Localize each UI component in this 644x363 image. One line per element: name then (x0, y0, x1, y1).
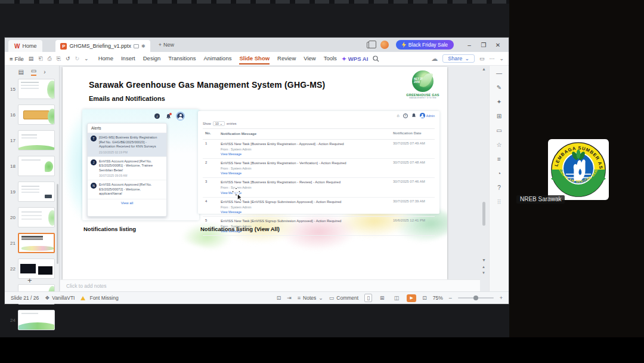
normal-view-button[interactable]: ▯ (364, 294, 372, 302)
letterbox-bottom (0, 337, 644, 363)
help-icon[interactable]: ? (497, 185, 501, 191)
thumbnail-panel-scrollbar[interactable] (57, 184, 58, 264)
apps-grid-icon[interactable]: ⠿ (497, 199, 501, 205)
collapse-panel-icon[interactable]: › (44, 69, 45, 75)
tab-review[interactable]: Review (277, 53, 296, 64)
cloud-sync-icon[interactable]: ☁ (431, 55, 438, 63)
next-slide-icon[interactable]: ▼ (482, 271, 485, 275)
scrollbar-thumb[interactable] (482, 202, 485, 226)
tab-transitions[interactable]: Transitions (168, 53, 196, 64)
slide-thumbnail-16[interactable] (18, 104, 55, 125)
ai-assistant-icon[interactable]: ✦ (497, 99, 501, 105)
more-options-icon[interactable]: ··· (489, 56, 494, 61)
undo-icon[interactable]: ↺ (66, 56, 70, 61)
slide-area-scrollbar[interactable]: ▲ ▼ ▲ ▼ (480, 66, 488, 291)
slide-thumbnail-21-active[interactable] (18, 233, 55, 253)
file-menu-button[interactable]: ≡ File (10, 56, 24, 62)
tab-design[interactable]: Design (143, 53, 161, 64)
slide-thumbnail-18[interactable] (18, 156, 55, 176)
tab-wps-home[interactable]: W Home (8, 40, 42, 52)
zoom-in-icon[interactable]: + (500, 295, 503, 301)
save-icon[interactable]: ▤ (29, 56, 34, 61)
pen-tools-icon[interactable]: ✎ (497, 85, 501, 91)
tab-tools[interactable]: Tools (324, 53, 337, 64)
outline-view-icon[interactable]: ▤ (18, 69, 23, 75)
font-missing-warning[interactable]: Font Missing (80, 295, 118, 301)
history-icon[interactable]: ◔ (497, 171, 501, 177)
slideshow-play-button[interactable]: ▶ (407, 294, 416, 302)
home-tab-label: Home (22, 43, 36, 49)
jump-to-icon[interactable]: ⇥ (287, 295, 292, 301)
wps-ai-button[interactable]: ✦ WPS AI (342, 56, 368, 62)
alert-item: J EnVISS Account Approved [Ref No. ES/20… (88, 157, 166, 181)
history-caret-icon[interactable]: ⌄ (84, 56, 89, 61)
tab-insert[interactable]: Insert (121, 53, 135, 64)
black-friday-sale-button[interactable]: Black Friday Sale (396, 40, 454, 50)
previous-slide-icon[interactable]: ▲ (482, 265, 485, 269)
slide-thumbnail-19[interactable] (18, 182, 55, 202)
zoom-slider[interactable] (458, 297, 494, 299)
slide-number: 17 (7, 138, 16, 143)
ribbon-tabs: Home Insert Design Transitions Animation… (98, 53, 337, 64)
zoom-slider-knob[interactable] (473, 296, 478, 300)
slide-thumbnail-22[interactable] (18, 259, 55, 279)
tab-document[interactable]: P GHGMS_Briefing_v1.pptx ✱ (55, 40, 150, 52)
restore-button[interactable]: ❐ (476, 42, 491, 48)
account-avatar[interactable] (380, 41, 389, 49)
search-icon[interactable] (373, 56, 379, 62)
zoom-level[interactable]: 75% (433, 295, 443, 301)
menu-icon: ≡ (10, 56, 13, 62)
redo-icon[interactable]: ↻ (75, 56, 80, 61)
add-slide-button[interactable]: + (27, 276, 32, 285)
theme-indicator[interactable]: ❖ VanillaVTI (45, 295, 75, 301)
settings-icon[interactable]: ≡ (497, 156, 501, 162)
notes-area[interactable]: Click to add notes (60, 279, 480, 291)
notification-badge (169, 113, 172, 115)
table-header: No. Notification Message Notification Da… (203, 128, 435, 140)
minimize-button[interactable]: – (462, 42, 476, 48)
print-preview-icon[interactable]: ⎘ (57, 56, 61, 62)
participant-video-tile[interactable]: LEMBAGA SUMBER ASLI DAN ALAM SEKITAR SAR… (548, 139, 609, 200)
collapse-ribbon-icon[interactable]: ⌄ (499, 56, 504, 61)
shapes-icon[interactable]: ⊞ (497, 113, 501, 119)
notes-toggle[interactable]: ≡ Notes ⌄ (298, 295, 323, 301)
tab-slide-show[interactable]: Slide Show (239, 53, 270, 64)
scroll-up-icon[interactable]: ▲ (482, 67, 486, 71)
slide-number: 15 (7, 87, 16, 92)
scroll-down-icon[interactable]: ▼ (482, 258, 486, 262)
notification-bell-icon (166, 113, 171, 119)
zoom-meeting-screen: W Home P GHGMS_Briefing_v1.pptx ✱ + New … (0, 0, 644, 363)
lightning-icon (402, 42, 406, 48)
tab-home[interactable]: Home (98, 53, 113, 64)
reading-view-button[interactable]: ◫ (392, 294, 401, 302)
slide-thumbnail-17[interactable] (18, 130, 55, 150)
fit-slide-icon[interactable]: ⊡ (422, 295, 427, 301)
print-icon[interactable]: ⎙ (48, 56, 52, 62)
open-icon[interactable]: ⎗ (38, 56, 42, 62)
slide-number: 21 (7, 241, 16, 246)
caption-notifications-listing: Notifications listing (83, 226, 136, 232)
slide-thumbnail-24[interactable] (18, 310, 55, 330)
comment-button[interactable]: ▭ Comment (329, 295, 358, 301)
hide-panel-icon[interactable]: — (496, 70, 502, 76)
zoom-out-icon[interactable]: – (449, 295, 452, 301)
slide-thumbnail-15[interactable] (18, 79, 55, 99)
window-stack-icon[interactable] (367, 42, 373, 48)
task-window-icon[interactable]: ⊡ (277, 295, 281, 301)
tab-view[interactable]: View (304, 53, 315, 64)
device-sync-icon (134, 44, 139, 48)
slide-view-icon[interactable]: ▭ (31, 67, 36, 76)
slide-canvas[interactable]: Sarawak Greenhouse Gas Management System… (63, 67, 447, 279)
slide-thumbnail-20[interactable] (18, 207, 55, 227)
task-pane-icon[interactable]: ▭ (479, 56, 485, 61)
plus-icon: + (159, 42, 162, 48)
user-avatar-icon (420, 113, 425, 118)
view-all-link: View all (88, 199, 166, 207)
tab-animations[interactable]: Animations (203, 53, 231, 64)
close-button[interactable]: ✕ (491, 42, 505, 48)
new-document-button[interactable]: + New (159, 42, 174, 48)
comment-pane-icon[interactable]: ▭ (496, 128, 501, 134)
share-button[interactable]: Share ⌄ (442, 54, 475, 63)
slide-sorter-view-button[interactable]: ⊞ (378, 294, 386, 302)
favorites-icon[interactable]: ☆ (497, 142, 502, 148)
